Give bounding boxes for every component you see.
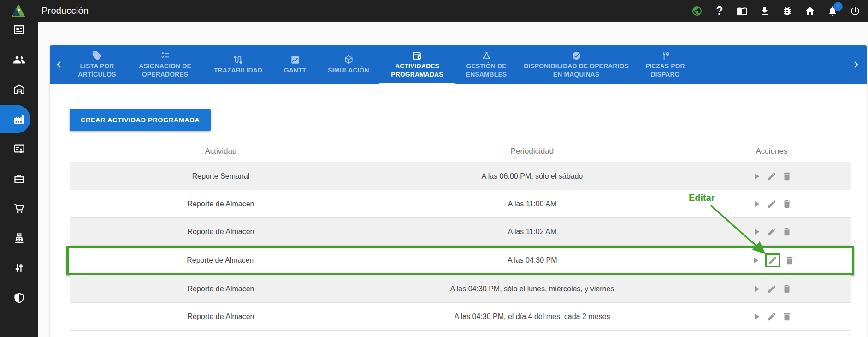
play-button[interactable] (750, 255, 761, 266)
tab-gantt[interactable]: GANTT (272, 45, 318, 84)
play-button[interactable] (751, 171, 762, 182)
actions-cell (692, 311, 851, 322)
sidebar-item-production[interactable] (0, 105, 38, 133)
warehouse-icon (13, 83, 25, 96)
tab-trazabilidad[interactable]: TRAZABILIDAD (204, 45, 272, 84)
sidebar-item-configuration[interactable] (0, 253, 38, 282)
check-circle-icon (571, 50, 582, 62)
periodicity-cell: A las 11:02 AM (372, 228, 692, 236)
tab-disponibilidad-de-operarios-en-maquinas[interactable]: DISPONIBILIDAD DE OPERARIOS EN MAQUINAS (517, 45, 635, 84)
edit-icon (768, 255, 778, 265)
sidebar (0, 22, 38, 337)
app-logo-icon (11, 3, 26, 19)
chart-icon (290, 54, 301, 66)
sidebar-item-security[interactable] (0, 283, 38, 312)
sidebar-item-purchases[interactable] (0, 194, 38, 223)
download-icon[interactable] (759, 5, 771, 17)
activity-cell: Reporte de Almacen (70, 200, 372, 208)
tab-content: CREAR ACTIVIDAD PROGRAMADA Actividad Per… (50, 84, 867, 331)
delete-button[interactable] (781, 226, 792, 237)
edit-button[interactable] (766, 199, 777, 210)
notifications-icon[interactable]: 1 (827, 5, 838, 17)
delete-button[interactable] (781, 199, 792, 210)
header-acciones: Acciones (692, 147, 851, 156)
activities-table: Actividad Periodicidad Acciones Reporte … (70, 140, 851, 331)
actions-cell (692, 226, 851, 237)
table-row: Reporte de AlmacenA las 11:00 AM (70, 190, 851, 218)
play-button[interactable] (751, 226, 762, 237)
tab-piezas-por-disparo[interactable]: PIEZAS POR DISPARO (635, 45, 695, 84)
edit-button[interactable] (766, 283, 777, 295)
route-icon (233, 54, 243, 66)
table-body: Reporte SemanalA las 06:00 PM, sólo el s… (70, 162, 851, 331)
tab-label: GESTIÓN DE ENSAMBLES (458, 62, 514, 78)
header-actividad: Actividad (70, 147, 372, 156)
create-scheduled-activity-button[interactable]: CREAR ACTIVIDAD PROGRAMADA (70, 109, 211, 131)
globe-icon[interactable] (691, 5, 703, 17)
play-button[interactable] (751, 283, 762, 295)
tabs-scroll-left[interactable] (50, 45, 68, 84)
play-icon (751, 171, 762, 181)
actions-cell (692, 199, 851, 210)
play-button[interactable] (751, 199, 762, 210)
header-periodicidad: Periodicidad (372, 147, 692, 156)
cart-icon (13, 202, 25, 215)
people-icon (13, 54, 25, 66)
power-icon[interactable] (849, 5, 861, 17)
edit-icon (767, 312, 777, 322)
activity-cell: Reporte de Almacen (70, 313, 372, 321)
sidebar-item-quality[interactable] (0, 134, 38, 163)
tab-label: ACTIVIDADES PROGRAMADAS (382, 62, 453, 78)
edit-button[interactable] (765, 253, 780, 267)
tab-bar: LISTA POR ARTÍCULOSASIGNACION DE OPERADO… (50, 45, 867, 84)
table-row-highlighted: Reporte de AlmacenA las 04:30 PM (66, 246, 854, 275)
play-icon (751, 227, 762, 237)
table-row: Reporte de AlmacenA las 04:30 PM, sólo e… (70, 275, 851, 303)
delete-button[interactable] (781, 311, 792, 322)
tab-label: ASIGNACION DE OPERADORES (129, 62, 201, 78)
tab-actividades-programadas[interactable]: ACTIVIDADES PROGRAMADAS (379, 45, 455, 84)
checklist-icon (160, 50, 171, 62)
sidebar-item-staff[interactable] (0, 45, 38, 74)
edit-icon (767, 199, 777, 209)
edit-icon (767, 227, 777, 237)
tab-simulaci-n[interactable]: SIMULACIÓN (318, 45, 379, 84)
cash-register-icon (13, 232, 25, 245)
actions-cell (692, 283, 851, 295)
bug-icon[interactable] (781, 5, 793, 17)
edit-button[interactable] (766, 171, 777, 182)
periodicity-cell: A las 04:30 PM (372, 256, 693, 265)
delete-icon (782, 284, 792, 294)
notification-badge: 1 (833, 2, 843, 11)
delete-button[interactable] (784, 255, 795, 266)
tune-icon (13, 262, 25, 274)
delete-icon (785, 255, 795, 265)
delete-button[interactable] (781, 171, 792, 182)
calendar-clock-icon (412, 50, 423, 62)
play-button[interactable] (751, 311, 762, 322)
tab-label: TRAZABILIDAD (214, 66, 262, 75)
activity-cell: Reporte de Almacen (69, 256, 372, 265)
periodicity-cell: A las 04:30 PM, sólo el lunes, miércoles… (372, 285, 692, 293)
edit-icon (767, 284, 777, 294)
delete-icon (782, 199, 792, 209)
actions-cell (692, 171, 851, 182)
newspaper-icon (13, 24, 25, 36)
sidebar-item-pos[interactable] (0, 224, 38, 253)
factory-icon (13, 113, 25, 126)
table-row: Reporte de AlmacenA las 04:30 PM, el día… (70, 303, 851, 331)
table-header-row: Actividad Periodicidad Acciones (70, 140, 851, 162)
editar-annotation-label: Editar (689, 193, 715, 203)
help-icon[interactable]: ? (714, 5, 726, 17)
tab-gesti-n-de-ensambles[interactable]: GESTIÓN DE ENSAMBLES (455, 45, 517, 84)
delete-button[interactable] (781, 283, 792, 295)
tab-asignacion-de-operadores[interactable]: ASIGNACION DE OPERADORES (126, 45, 204, 84)
sidebar-item-warehouse[interactable] (0, 75, 38, 103)
tab-lista-por-art-culos[interactable]: LISTA POR ARTÍCULOS (68, 45, 126, 84)
book-icon[interactable] (736, 5, 748, 17)
tabs-scroll-right[interactable] (845, 45, 867, 84)
edit-button[interactable] (766, 311, 777, 322)
sidebar-item-assets[interactable] (0, 164, 38, 193)
home-icon[interactable] (804, 5, 816, 17)
edit-button[interactable] (766, 226, 777, 237)
